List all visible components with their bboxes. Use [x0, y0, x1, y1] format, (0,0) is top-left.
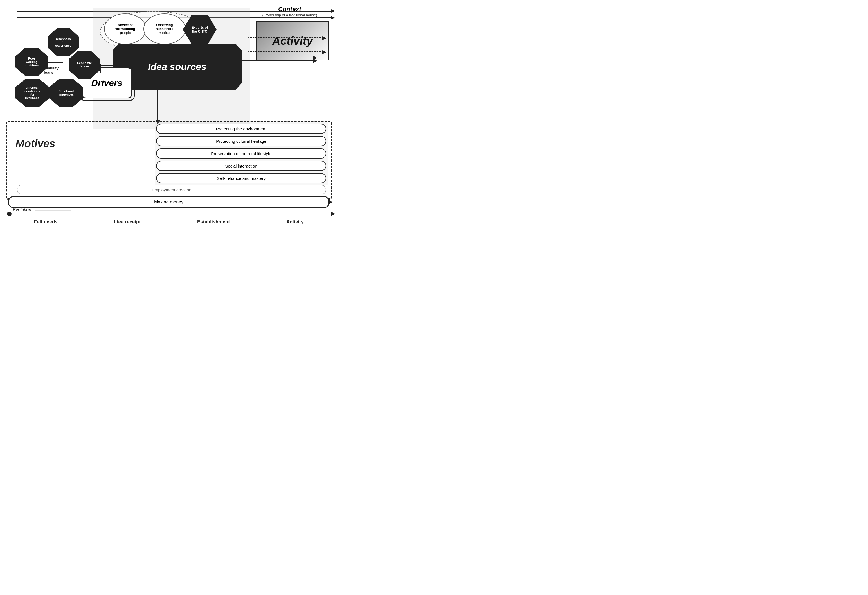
line-econ-right	[78, 64, 100, 65]
label-felt-needs: Felt needs	[34, 219, 58, 225]
line-poor-join	[47, 62, 63, 63]
label-activity-bottom: Activity	[286, 219, 304, 225]
vline-from-idea	[157, 90, 158, 124]
bubble-advice: Advice of surrounding people	[104, 13, 146, 44]
line-drivers-to-idea	[134, 82, 158, 84]
activity-box-label: Activity	[272, 35, 313, 47]
line-top-join	[62, 42, 79, 43]
label-idea-receipt: Idea receipt	[114, 219, 141, 225]
label-establishment: Establishment	[197, 219, 230, 225]
line-childhood-join	[62, 93, 79, 94]
arrow-between-bubbles	[145, 28, 145, 29]
pill-protecting-cultural: Protecting cultural heritage	[156, 136, 326, 146]
double-arrow-1	[242, 57, 314, 59]
bubble-observing: Observing successful models	[143, 13, 186, 44]
bottom-labels: Felt needs Idea receipt Establishment Ac…	[0, 219, 338, 225]
making-money-pill: Making money	[8, 196, 330, 208]
dashed-arrow-to-activity-1	[248, 37, 323, 38]
pill-social-interaction: Social interaction	[156, 161, 326, 171]
activity-box: Activity	[256, 21, 329, 60]
diagram-container: Context (Ownership of a traditional hous…	[0, 0, 338, 230]
drivers-dot	[131, 81, 136, 85]
line-econ-down	[100, 64, 101, 72]
vdash-establishment	[248, 9, 248, 138]
pill-self-reliance: Self- reliance and mastery	[156, 173, 326, 183]
dashed-arrow-to-activity-2	[248, 52, 323, 52]
evolution-label: Evolution ————————	[13, 208, 71, 212]
octagon-adverse: Adverseconditionsforlivelihood	[15, 79, 49, 107]
pill-preservation: Preservation of the rural lifestyle	[156, 149, 326, 159]
double-arrow-2	[242, 60, 314, 61]
context-subtitle: (Ownership of a traditional house)	[250, 13, 329, 17]
context-title: Context	[250, 6, 329, 13]
employment-creation: Employment creation	[17, 185, 326, 194]
drivers-label: Drivers	[92, 78, 123, 88]
evolution-line	[9, 214, 332, 215]
motives-label: Motives	[15, 138, 55, 150]
availability-loans: Availabilityof loans	[39, 66, 59, 75]
pill-protecting-environment: Protecting the environment	[156, 124, 326, 134]
line-open-econ	[78, 42, 78, 79]
context-box: Context (Ownership of a traditional hous…	[250, 6, 329, 17]
line-adverse-right	[49, 93, 63, 94]
